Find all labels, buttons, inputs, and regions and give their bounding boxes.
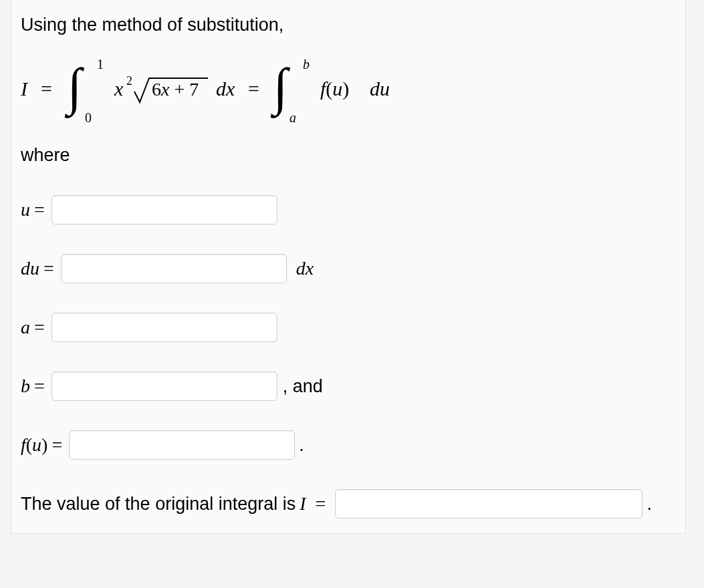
- row-fu: f(u) = .: [21, 430, 675, 460]
- input-u[interactable]: [51, 195, 277, 225]
- eq-fu: =: [51, 434, 62, 456]
- trail-and: , and: [283, 376, 323, 397]
- label-fu: f(u): [21, 434, 47, 456]
- du-text: du: [370, 78, 390, 100]
- label-du: du: [21, 258, 39, 279]
- radicand: 6x + 7: [152, 79, 199, 100]
- dx-1: dx: [216, 78, 235, 100]
- label-u: u: [21, 199, 30, 220]
- row-a: a =: [21, 313, 675, 342]
- input-du[interactable]: [61, 254, 287, 283]
- f-of-u: f(u): [320, 78, 349, 100]
- trail-dot-fu: .: [299, 435, 304, 456]
- trail-dot-final: .: [647, 494, 652, 514]
- input-I[interactable]: [335, 489, 642, 519]
- eq-eq2: =: [248, 78, 259, 100]
- label-b: b: [21, 376, 30, 397]
- trail-dx: dx: [296, 258, 314, 279]
- integral-equation: I = ∫ 0 1 x 2 6x + 7 dx = ∫ a b f(u): [21, 54, 675, 121]
- row-du: du = dx: [21, 254, 675, 283]
- input-fu[interactable]: [69, 430, 295, 460]
- label-a: a: [21, 317, 30, 338]
- final-text: The value of the original integral is: [21, 494, 296, 514]
- integral-sign-1: ∫: [64, 57, 85, 118]
- lower-limit-2: a: [289, 110, 296, 125]
- lower-limit-1: 0: [85, 110, 92, 125]
- upper-limit-2: b: [303, 57, 310, 71]
- eq-u: =: [34, 199, 45, 220]
- question-card: Using the method of substitution, I = ∫ …: [11, 0, 686, 534]
- x-squared-base: x: [114, 78, 124, 100]
- eq-a: =: [34, 317, 45, 338]
- where-text: where: [21, 145, 675, 166]
- x-squared-exp: 2: [126, 74, 132, 88]
- intro-text: Using the method of substitution,: [21, 15, 675, 35]
- input-a[interactable]: [51, 313, 277, 342]
- upper-limit-1: 1: [97, 57, 104, 71]
- final-var: I: [300, 493, 306, 514]
- eq-eq1: =: [41, 78, 52, 100]
- row-b: b = , and: [21, 372, 675, 401]
- eq-I: I: [21, 78, 29, 100]
- eq-du: =: [43, 258, 54, 279]
- row-final: The value of the original integral is I …: [21, 489, 675, 519]
- final-eq: =: [316, 493, 326, 514]
- eq-b: =: [34, 376, 45, 397]
- integral-sign-2: ∫: [270, 57, 291, 118]
- row-u: u =: [21, 195, 675, 225]
- input-b[interactable]: [51, 372, 277, 401]
